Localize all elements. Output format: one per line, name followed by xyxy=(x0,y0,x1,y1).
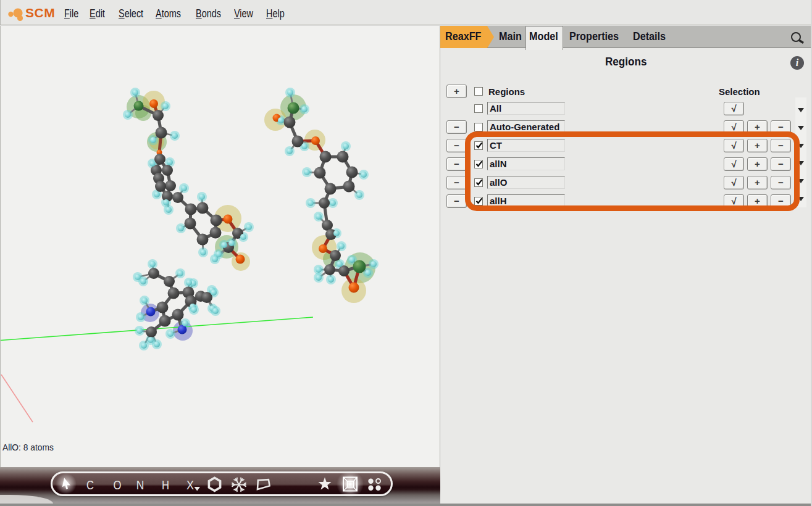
svg-text:O: O xyxy=(114,478,122,492)
svg-text:C: C xyxy=(86,478,94,492)
svg-text:N: N xyxy=(136,478,144,492)
svg-text:X: X xyxy=(186,478,194,492)
svg-text:H: H xyxy=(162,478,169,492)
